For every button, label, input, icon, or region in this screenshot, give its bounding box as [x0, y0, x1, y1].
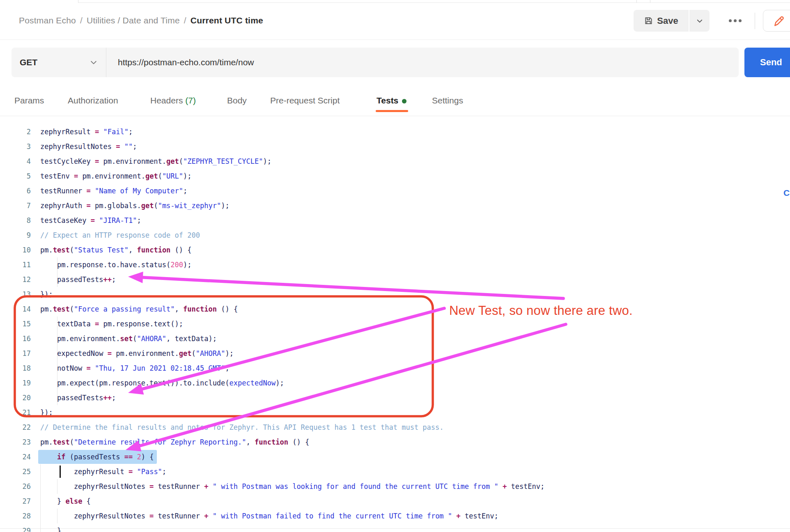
kebab-dot — [734, 19, 737, 22]
line-number: 24 — [0, 449, 31, 464]
line-number: 2 — [0, 124, 31, 139]
line-number: 27 — [0, 494, 31, 509]
save-button[interactable]: Save — [634, 10, 689, 32]
code-line[interactable]: 3zephyrResultNotes = ""; — [0, 139, 790, 154]
tab-label: Tests — [377, 96, 398, 105]
code-line[interactable]: 15 textData = pm.response.text(); — [0, 316, 790, 331]
tab-tests[interactable]: Tests — [377, 96, 406, 105]
code-line[interactable]: 11 pm.response.to.have.status(200); — [0, 257, 790, 272]
code-line[interactable]: 10pm.test("Status Test", function () { — [0, 243, 790, 257]
code-line[interactable]: 18 notNow = "Thu, 17 Jun 2021 02:18.45 G… — [0, 361, 790, 376]
code-line[interactable]: 22// Determine the final results and not… — [0, 420, 790, 435]
code-line[interactable]: 29 } — [0, 523, 790, 532]
tab-params[interactable]: Params — [14, 96, 44, 105]
code-text: testEnv = pm.environment.get("URL"); — [40, 169, 192, 183]
tab-label: Headers — [150, 96, 183, 105]
request-bar: GET — [11, 48, 739, 77]
code-line[interactable]: 7zephyrAuth = pm.globals.get("ms-wit_zep… — [0, 198, 790, 213]
code-line[interactable]: 16 pm.environment.set("AHORA", textData)… — [0, 331, 790, 346]
url-input[interactable] — [117, 57, 719, 68]
line-number: 17 — [0, 346, 31, 361]
code-text: }); — [40, 405, 53, 420]
tab-label: Authorization — [68, 96, 118, 105]
breadcrumb-item[interactable]: Current UTC time — [191, 16, 263, 25]
tab-separator — [650, 0, 650, 3]
code-line[interactable]: 19 pm.expect(pm.response.text()).to.incl… — [0, 376, 790, 390]
code-text: pm.environment.set("AHORA", textData); — [40, 331, 217, 346]
line-number: 20 — [0, 390, 31, 405]
line-number: 7 — [0, 198, 31, 213]
code-text: zephyrResultNotes = testRunner + " with … — [40, 479, 544, 494]
code-line[interactable]: 8testCaseKey = "JIRA-T1"; — [0, 213, 790, 228]
line-number: 4 — [0, 154, 31, 169]
line-number: 5 — [0, 169, 31, 183]
code-line[interactable]: 13}); — [0, 287, 790, 302]
line-number: 13 — [0, 287, 31, 302]
line-number: 22 — [0, 420, 31, 435]
code-line[interactable]: 12 passedTests++; — [0, 272, 790, 287]
line-number: 10 — [0, 243, 31, 257]
annotation-note: New Test, so now there are two. — [449, 303, 633, 318]
line-number: 11 — [0, 257, 31, 272]
line-number: 26 — [0, 479, 31, 494]
breadcrumb: Postman Echo/Utilities / Date and Time/C… — [19, 16, 263, 25]
edit-request-button[interactable] — [763, 10, 790, 32]
code-line[interactable]: 2zephyrResult = "Fail"; — [0, 124, 790, 139]
chevron-down-icon — [696, 17, 703, 25]
code-text: expectedNow = pm.environment.get("AHORA"… — [40, 346, 234, 361]
line-number: 18 — [0, 361, 31, 376]
tab-body[interactable]: Body — [227, 96, 247, 105]
text-cursor — [60, 466, 61, 478]
send-button[interactable]: Send — [744, 48, 790, 77]
tab-authorization[interactable]: Authorization — [68, 96, 118, 105]
code-line[interactable]: 17 expectedNow = pm.environment.get("AHO… — [0, 346, 790, 361]
code-line[interactable]: 28 zephyrResultNotes = testRunner + " wi… — [0, 509, 790, 523]
code-line[interactable]: 26 zephyrResultNotes = testRunner + " wi… — [0, 479, 790, 494]
line-number: 19 — [0, 376, 31, 390]
line-number: 3 — [0, 139, 31, 154]
code-line[interactable]: 14pm.test("Force a passing result", func… — [0, 302, 790, 316]
code-line[interactable]: 4testCycleKey = pm.environment.get("ZEPH… — [0, 154, 790, 169]
more-actions-button[interactable] — [722, 10, 748, 32]
save-icon — [644, 16, 653, 25]
method-select[interactable]: GET — [11, 48, 106, 77]
line-number: 9 — [0, 228, 31, 243]
breadcrumb-item[interactable]: Utilities / Date and Time — [87, 16, 180, 25]
line-number: 14 — [0, 302, 31, 316]
tab-label: Pre-request Script — [270, 96, 340, 105]
save-options-button[interactable] — [689, 10, 710, 32]
code-text: passedTests++; — [40, 272, 116, 287]
code-line[interactable]: 23pm.test("Determine results for Zephyr … — [0, 435, 790, 449]
tab-label: Params — [14, 96, 44, 105]
breadcrumb-item[interactable]: Postman Echo — [19, 16, 76, 25]
active-tab-underline — [376, 110, 408, 112]
line-number: 25 — [0, 464, 31, 479]
line-number: 12 — [0, 272, 31, 287]
code-text: notNow = "Thu, 17 Jun 2021 02:18.45 GMT"… — [40, 361, 230, 376]
code-text: zephyrResultNotes = testRunner + " with … — [40, 509, 498, 523]
breadcrumb-separator: / — [80, 16, 83, 25]
code-text: // Determine the final results and notes… — [40, 420, 444, 435]
tab-separator — [78, 0, 78, 3]
code-line[interactable]: 20 passedTests++; — [0, 390, 790, 405]
tab-settings[interactable]: Settings — [432, 96, 463, 105]
line-number: 28 — [0, 509, 31, 523]
code-line[interactable]: 27 } else { — [0, 494, 790, 509]
code-text: zephyrAuth = pm.globals.get("ms-wit_zeph… — [40, 198, 230, 213]
save-button-label: Save — [657, 16, 678, 26]
method-value: GET — [20, 57, 37, 67]
tab-headers[interactable]: Headers (7) — [150, 96, 196, 105]
code-text: testCaseKey = "JIRA-T1"; — [40, 213, 141, 228]
code-line[interactable]: 5testEnv = pm.environment.get("URL"); — [0, 169, 790, 183]
header-divider — [755, 13, 755, 29]
code-line[interactable]: 6testRunner = "Name of My Computer"; — [0, 183, 790, 198]
code-line[interactable]: 21}); — [0, 405, 790, 420]
code-line[interactable]: 25 zephyrResult = "Pass"; — [0, 464, 790, 479]
code-line[interactable]: 24 if (passedTests == 2) { — [0, 449, 790, 464]
code-line[interactable]: 9// Expect an HTTP response code of 200 — [0, 228, 790, 243]
tests-script-editor[interactable]: 2zephyrResult = "Fail";3zephyrResultNote… — [0, 116, 790, 532]
tab-pre-request-script[interactable]: Pre-request Script — [270, 96, 340, 105]
code-text: zephyrResult = "Fail"; — [40, 124, 133, 139]
tab-label: Body — [227, 96, 247, 105]
line-number: 23 — [0, 435, 31, 449]
